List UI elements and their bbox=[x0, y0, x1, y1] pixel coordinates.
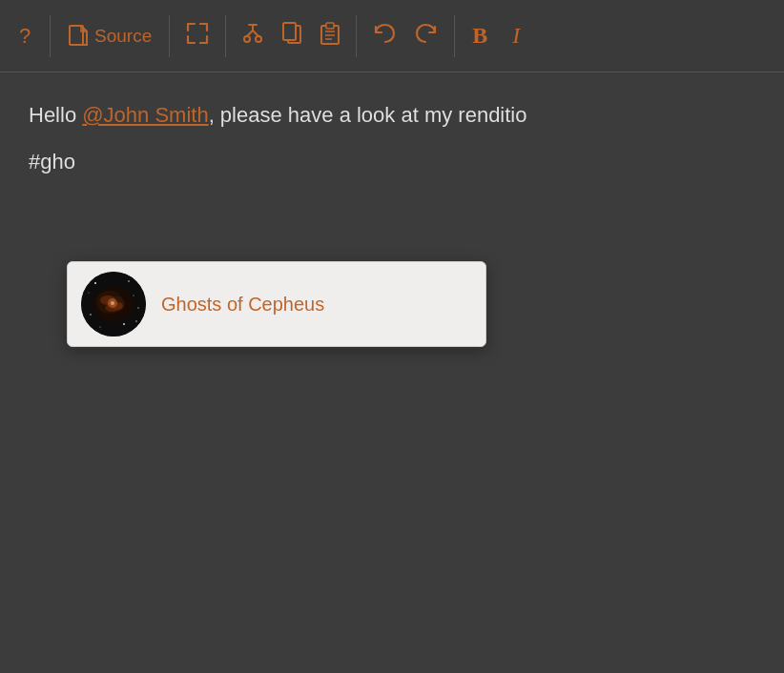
svg-point-21 bbox=[133, 295, 134, 296]
bold-button[interactable]: B bbox=[463, 15, 497, 57]
source-file-icon bbox=[68, 25, 89, 48]
expand-icon bbox=[185, 21, 210, 51]
svg-point-23 bbox=[135, 320, 136, 321]
content-area[interactable]: Hello @John Smith, please have a look at… bbox=[0, 72, 784, 673]
editor-text-line1: Hello @John Smith, please have a look at… bbox=[29, 99, 755, 131]
svg-point-18 bbox=[111, 301, 114, 305]
source-button[interactable]: Source bbox=[58, 15, 161, 57]
copy-button[interactable] bbox=[274, 15, 310, 57]
autocomplete-item-ghosts[interactable]: Ghosts of Cepheus bbox=[68, 262, 485, 346]
help-button[interactable]: ? bbox=[8, 15, 42, 57]
toolbar-separator-3 bbox=[225, 15, 226, 57]
paste-button[interactable] bbox=[312, 15, 348, 57]
paste-icon bbox=[320, 21, 340, 51]
svg-point-22 bbox=[90, 314, 92, 316]
cut-icon bbox=[241, 22, 264, 51]
toolbar: ? Source bbox=[0, 0, 784, 72]
svg-point-20 bbox=[128, 280, 130, 282]
toolbar-separator-2 bbox=[169, 15, 170, 57]
cut-button[interactable] bbox=[234, 15, 272, 57]
editor-container: ? Source bbox=[0, 0, 784, 673]
expand-button[interactable] bbox=[177, 15, 217, 57]
svg-rect-4 bbox=[283, 23, 296, 40]
toolbar-separator-4 bbox=[356, 15, 357, 57]
text-before-mention: Hello bbox=[29, 103, 82, 127]
svg-point-25 bbox=[123, 323, 125, 325]
redo-icon bbox=[414, 23, 439, 50]
svg-rect-6 bbox=[326, 23, 334, 29]
help-icon: ? bbox=[19, 24, 31, 49]
text-after-mention: , please have a look at my renditio bbox=[209, 103, 527, 127]
copy-icon bbox=[281, 22, 302, 51]
autocomplete-dropdown: Ghosts of Cepheus bbox=[67, 261, 486, 347]
autocomplete-item-label: Ghosts of Cepheus bbox=[161, 294, 324, 316]
svg-point-24 bbox=[99, 326, 100, 327]
svg-point-19 bbox=[94, 282, 96, 284]
bold-icon: B bbox=[472, 23, 487, 49]
toolbar-separator-5 bbox=[454, 15, 455, 57]
svg-point-27 bbox=[137, 307, 138, 308]
italic-button[interactable]: I bbox=[499, 15, 533, 57]
redo-button[interactable] bbox=[406, 15, 446, 57]
mention-link[interactable]: @John Smith bbox=[82, 103, 208, 127]
undo-button[interactable] bbox=[364, 15, 404, 57]
undo-icon bbox=[372, 23, 397, 50]
avatar-ghosts-of-cepheus bbox=[81, 272, 146, 336]
hashtag-text: #gho bbox=[29, 150, 75, 173]
italic-icon: I bbox=[512, 23, 520, 49]
toolbar-separator-1 bbox=[50, 15, 51, 57]
source-label: Source bbox=[94, 26, 152, 47]
svg-point-26 bbox=[89, 293, 90, 294]
hashtag-line: #gho bbox=[29, 150, 755, 174]
